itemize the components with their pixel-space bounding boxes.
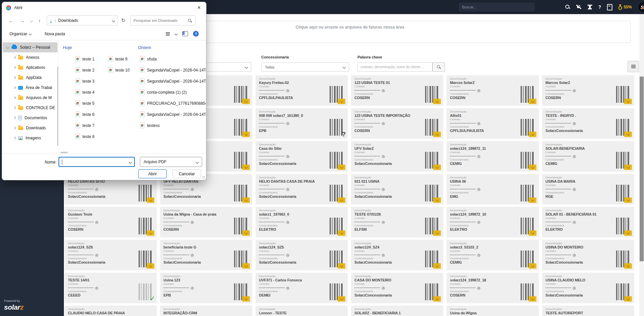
download-invoice-badge[interactable] [529,197,536,203]
invoice-card[interactable]: Denominação USINA DO MONTEIRO Contrato •… [542,240,634,270]
expander-icon[interactable] [13,117,16,119]
reveal-contract-icon[interactable]: ◎ [286,220,290,224]
sidebar-folder-item[interactable]: Anexos [2,52,58,62]
reveal-contract-icon[interactable]: ◎ [477,187,481,191]
file-item[interactable]: testess [140,120,206,131]
expander-icon[interactable] [13,66,16,69]
download-invoice-badge[interactable] [624,296,632,302]
horizontal-scrollbar[interactable] [61,152,68,153]
expander-icon[interactable] [6,46,9,49]
group-header-today[interactable]: Hoje [63,45,72,50]
reveal-contract-icon[interactable]: ◎ [477,154,481,158]
reveal-contract-icon[interactable]: ◎ [95,253,99,257]
invoice-card[interactable]: Denominação TESTE 07/01/26 Contrato ••••… [351,207,443,237]
file-item[interactable]: SegundaViaCopel - 2026-04-14T154 [140,64,206,76]
reveal-contract-icon[interactable]: ◎ [477,220,481,224]
invoice-card[interactable]: Denominação 123 USINA TESTE IMPORTAÇÃO C… [351,108,443,139]
download-invoice-badge[interactable] [242,263,250,269]
download-invoice-badge[interactable] [624,263,632,269]
search-icon[interactable] [565,4,570,10]
download-invoice-badge[interactable] [529,230,536,236]
file-item[interactable]: teste 9 [108,53,138,64]
cancel-button[interactable]: Cancelar [173,169,201,178]
progress-medal[interactable]: 55% [618,4,632,10]
file-item[interactable]: SegundaViaCopel - 2026-04-14T154 [140,76,206,87]
invoice-card[interactable]: Denominação 008 008 solarz7_161380_0 Con… [256,108,348,139]
chevron-down-icon[interactable] [112,19,115,22]
download-invoice-badge[interactable] [242,165,250,170]
resize-grip[interactable] [202,176,205,179]
invoice-card[interactable]: Denominação Usina 123 Contrato •••••••••… [160,273,252,303]
invoice-card[interactable]: Denominação Casa do Sítio Contrato •••••… [256,141,348,172]
reveal-contract-icon[interactable]: ◎ [382,122,385,125]
download-invoice-badge[interactable] [338,99,345,104]
download-invoice-badge[interactable] [147,263,154,269]
filename-input[interactable] [59,157,135,167]
download-invoice-badge[interactable] [338,263,345,269]
file-item[interactable]: teste 5 [75,98,108,109]
download-invoice-badge[interactable] [529,296,536,302]
invoice-card[interactable]: Denominação solarz124_SZ6 Contrato •••••… [65,240,157,270]
reveal-contract-icon[interactable]: ◎ [573,253,576,257]
forward-button[interactable]: → [20,18,25,23]
close-icon[interactable]: × [192,2,206,13]
address-bar[interactable]: ↓ Downloads [47,15,118,26]
expander-icon[interactable] [13,106,16,109]
reveal-contract-icon[interactable]: ◎ [573,187,576,191]
invoice-card[interactable]: Denominação solarz3_53103_2 Contrato •••… [447,240,539,270]
file-item[interactable]: SegundaViaCopel - 2026-04-14T104 [140,109,206,120]
notifications-muted-icon[interactable] [576,4,581,10]
reveal-contract-icon[interactable]: ◎ [191,220,194,224]
group-header-yesterday[interactable]: Ontem [138,45,151,50]
download-invoice-badge[interactable] [529,165,536,170]
reveal-contract-icon[interactable]: ◎ [191,187,194,191]
reveal-contract-icon[interactable]: ◎ [477,122,481,125]
changelog-icon[interactable] [607,4,612,10]
file-item[interactable]: teste 3 [75,76,108,87]
sidebar-folder-item[interactable]: Imagens [2,133,58,143]
expander-icon[interactable] [13,56,16,59]
download-invoice-badge[interactable] [624,132,632,137]
dialog-search-box[interactable]: Pesquisar em Downloads [130,15,195,26]
reveal-contract-icon[interactable]: ◎ [286,286,290,290]
invoice-card[interactable]: Denominação SOLARZ - BENEFICIARIA 1 Cont… [351,306,443,316]
help-icon[interactable]: ? [193,31,199,37]
file-item[interactable]: teste 2 [75,64,108,76]
reveal-contract-icon[interactable]: ◎ [286,89,290,92]
refresh-icon[interactable]: ↻ [121,17,126,24]
file-item[interactable]: teste 8 [75,131,108,142]
reveal-contract-icon[interactable]: ◎ [95,187,99,191]
download-invoice-badge[interactable] [242,230,250,236]
invoice-card[interactable]: Denominação Gustavo Teste Contrato •••••… [65,207,157,237]
invoice-card[interactable]: Denominação SOLAR 01 - BENEFICIÁRIA 01 C… [542,207,634,237]
invoice-card[interactable]: Denominação Marcos SolarZ Contrato •••••… [447,75,539,106]
download-invoice-badge[interactable] [147,230,154,236]
reveal-contract-icon[interactable]: ◎ [286,154,290,158]
sidebar-folder-item[interactable]: Arquivos de M [2,93,58,103]
invoice-card[interactable]: Denominação CASA DO MONTEIRO Contrato ••… [351,273,443,303]
sidebar-folder-item[interactable]: Downloads [2,123,58,133]
download-invoice-badge[interactable] [338,296,345,302]
sidebar-folder-item[interactable]: Área de Trabal [2,83,58,93]
invoice-card[interactable]: Denominação solarz124_199872_10 Contrato… [447,207,539,237]
keyword-search-button[interactable] [432,62,445,72]
invoice-card[interactable]: Denominação 021 021 USINA Contrato •••••… [351,174,443,205]
reveal-contract-icon[interactable]: ◎ [95,220,99,224]
download-invoice-badge[interactable] [338,230,345,236]
download-invoice-badge[interactable] [433,230,441,236]
invoice-card[interactable]: Denominação solarz124_SZ4 Contrato •••••… [351,240,443,270]
invoice-card[interactable]: Denominação Marcos SolarZ Contrato •••••… [542,75,634,106]
invoice-card[interactable]: Denominação USINA CLAUDIO MELO Contrato … [542,273,634,303]
file-item[interactable]: PROCURACAO_1776176908854469 [140,98,206,109]
file-item[interactable]: teste 4 [75,87,108,98]
new-folder-button[interactable]: Nova pasta [45,32,65,36]
download-invoice-badge[interactable] [242,197,250,203]
chevron-down-icon[interactable] [129,160,132,164]
sidebar-folder-item[interactable]: Aplicativos [2,62,58,73]
open-button[interactable]: Abrir [138,169,167,178]
download-invoice-badge[interactable] [147,197,154,203]
invoice-card[interactable]: Denominação TESTE AUTOREPORT Contrato ••… [542,306,634,316]
expander-icon[interactable] [13,127,16,129]
reveal-contract-icon[interactable]: ◎ [477,89,481,92]
invoice-card[interactable]: Denominação Usina da Wigna - Casa de pra… [160,207,252,237]
